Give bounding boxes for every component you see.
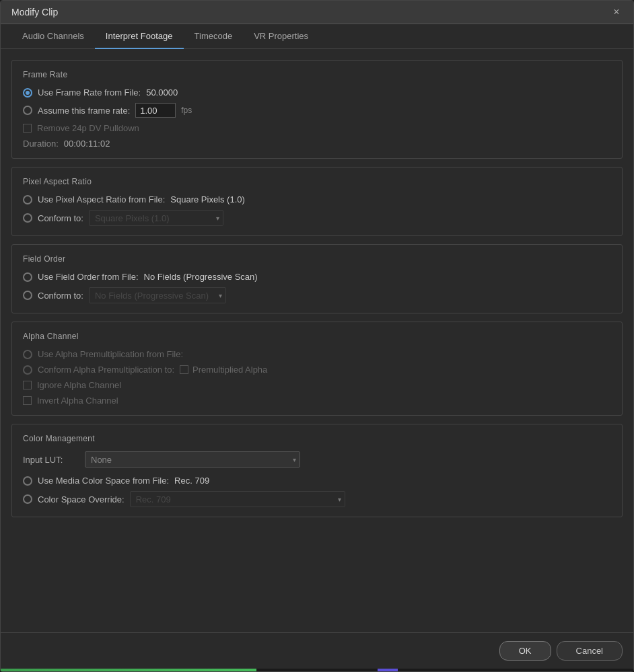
field-order-title: Field Order	[23, 254, 611, 264]
duration-row: Duration: 00:00:11:02	[23, 139, 611, 149]
invert-alpha-label: Invert Alpha Channel	[37, 396, 118, 406]
use-pixel-ar-label: Use Pixel Aspect Ratio from File:	[38, 194, 165, 204]
conform-field-order-label: Conform to:	[38, 291, 83, 301]
use-pixel-ar-value: Square Pixels (1.0)	[170, 194, 245, 204]
duration-value: 00:00:11:02	[64, 139, 110, 149]
tab-vr-properties[interactable]: VR Properties	[243, 24, 319, 49]
use-field-order-from-file-row: Use Field Order from File: No Fields (Pr…	[23, 272, 611, 282]
color-management-section: Color Management Input LUT: None ▾ Use M…	[11, 424, 623, 517]
remove-pulldown-checkbox	[23, 124, 32, 133]
use-premult-row: Use Alpha Premultiplication from File:	[23, 349, 611, 359]
bottom-bar: OK Cancel	[1, 632, 633, 669]
alpha-channel-section: Alpha Channel Use Alpha Premultiplicatio…	[11, 322, 623, 416]
color-space-override-dropdown[interactable]: Rec. 709	[130, 491, 345, 507]
progress-bar-blue	[378, 669, 398, 671]
ignore-alpha-label: Ignore Alpha Channel	[37, 380, 121, 390]
pixel-aspect-ratio-title: Pixel Aspect Ratio	[23, 177, 611, 186]
progress-bar-green	[1, 669, 256, 671]
premultiplied-alpha-checkbox	[180, 365, 188, 374]
premultiplied-alpha-row: Premultiplied Alpha	[180, 365, 267, 375]
conform-pixel-ar-dropdown[interactable]: Square Pixels (1.0)	[89, 210, 223, 226]
tab-timecode[interactable]: Timecode	[184, 24, 244, 49]
modify-clip-dialog: Modify Clip × Audio Channels Interpret F…	[0, 0, 634, 672]
field-order-section: Field Order Use Field Order from File: N…	[11, 244, 623, 313]
content-area: Frame Rate Use Frame Rate from File: 50.…	[1, 49, 633, 632]
assume-frame-rate-row: Assume this frame rate: fps	[23, 103, 611, 118]
duration-label: Duration:	[23, 139, 59, 149]
use-premult-radio	[23, 350, 32, 359]
cancel-button[interactable]: Cancel	[557, 641, 623, 661]
remove-pulldown-label: Remove 24p DV Pulldown	[37, 123, 139, 133]
tab-audio-channels[interactable]: Audio Channels	[11, 24, 95, 49]
use-media-color-row: Use Media Color Space from File: Rec. 70…	[23, 476, 611, 486]
tab-interpret-footage[interactable]: Interpret Footage	[95, 24, 184, 49]
color-space-override-row: Color Space Override: Rec. 709 ▾	[23, 491, 611, 507]
pixel-aspect-ratio-section: Pixel Aspect Ratio Use Pixel Aspect Rati…	[11, 167, 623, 236]
color-management-title: Color Management	[23, 434, 611, 443]
use-media-color-value: Rec. 709	[174, 476, 209, 486]
conform-pixel-ar-select-wrapper: Square Pixels (1.0) ▾	[89, 210, 223, 226]
input-lut-row: Input LUT: None ▾	[23, 451, 611, 468]
conform-field-order-select-wrapper: No Fields (Progressive Scan) ▾	[89, 287, 226, 303]
input-lut-label: Input LUT:	[23, 455, 77, 465]
use-pixel-ar-radio[interactable]	[23, 195, 32, 204]
use-frame-rate-value: 50.0000	[146, 87, 178, 98]
dialog-title: Modify Clip	[11, 7, 58, 17]
alpha-channel-title: Alpha Channel	[23, 332, 611, 341]
progress-area	[1, 669, 633, 671]
frame-rate-title: Frame Rate	[23, 70, 611, 79]
conform-pixel-ar-radio[interactable]	[23, 213, 32, 223]
color-space-override-label: Color Space Override:	[38, 494, 125, 505]
conform-pixel-ar-label: Conform to:	[38, 213, 83, 223]
conform-premult-label: Conform Alpha Premultiplication to:	[38, 365, 174, 375]
tabs-bar: Audio Channels Interpret Footage Timecod…	[1, 24, 633, 49]
assume-frame-rate-label: Assume this frame rate:	[38, 106, 130, 116]
use-frame-rate-radio[interactable]	[23, 88, 32, 98]
assume-frame-rate-radio[interactable]	[23, 106, 32, 115]
use-media-color-label: Use Media Color Space from File:	[38, 476, 169, 486]
conform-field-order-row: Conform to: No Fields (Progressive Scan)…	[23, 287, 611, 303]
use-field-order-value: No Fields (Progressive Scan)	[144, 272, 258, 282]
use-pixel-ar-from-file-row: Use Pixel Aspect Ratio from File: Square…	[23, 194, 611, 204]
frame-rate-section: Frame Rate Use Frame Rate from File: 50.…	[11, 60, 623, 159]
use-premult-label: Use Alpha Premultiplication from File:	[38, 349, 183, 359]
conform-premult-row: Conform Alpha Premultiplication to: Prem…	[23, 365, 611, 375]
use-field-order-label: Use Field Order from File:	[38, 272, 139, 282]
use-media-color-radio[interactable]	[23, 476, 32, 486]
close-button[interactable]: ×	[610, 6, 623, 18]
ignore-alpha-checkbox	[23, 381, 32, 389]
conform-field-order-dropdown[interactable]: No Fields (Progressive Scan)	[89, 287, 226, 303]
title-bar: Modify Clip ×	[1, 1, 633, 24]
color-space-override-select-wrapper: Rec. 709 ▾	[130, 491, 345, 507]
ok-button[interactable]: OK	[499, 641, 551, 661]
color-space-override-radio[interactable]	[23, 494, 32, 504]
invert-alpha-row: Invert Alpha Channel	[23, 396, 611, 406]
conform-field-order-radio[interactable]	[23, 291, 32, 300]
input-lut-select-wrapper: None ▾	[85, 451, 300, 468]
assume-frame-rate-input[interactable]	[135, 103, 176, 118]
premultiplied-alpha-label: Premultiplied Alpha	[192, 365, 267, 375]
use-frame-rate-label: Use Frame Rate from File:	[38, 87, 141, 98]
remove-pulldown-row: Remove 24p DV Pulldown	[23, 123, 611, 133]
fps-unit: fps	[181, 106, 192, 115]
use-frame-rate-from-file-row: Use Frame Rate from File: 50.0000	[23, 87, 611, 98]
conform-premult-radio	[23, 365, 32, 375]
invert-alpha-checkbox	[23, 396, 32, 405]
input-lut-dropdown[interactable]: None	[85, 451, 300, 468]
ignore-alpha-row: Ignore Alpha Channel	[23, 380, 611, 390]
use-field-order-radio[interactable]	[23, 272, 32, 282]
conform-pixel-ar-row: Conform to: Square Pixels (1.0) ▾	[23, 210, 611, 226]
